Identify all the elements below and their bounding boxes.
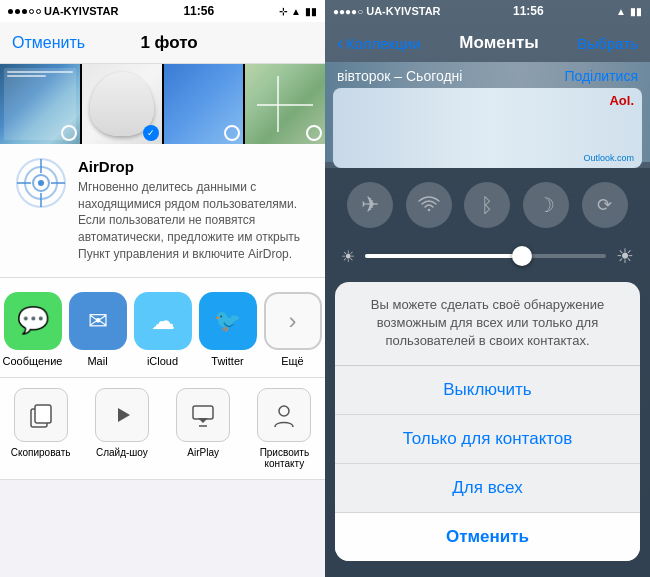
screen-lines-1 [4,68,76,82]
brightness-high-icon: ☀ [616,244,634,268]
wifi-icon [418,194,440,216]
contact-icon [270,401,298,429]
turn-off-button[interactable]: Выключить [335,366,640,415]
screen-line [7,71,73,73]
bluetooth-toggle[interactable]: ᛒ [464,182,510,228]
cancel-button[interactable]: Отменить [12,34,85,52]
moon-icon: ☽ [537,193,555,217]
photo-cell-2[interactable]: ✓ [82,64,162,144]
selection-circle-4 [306,125,322,141]
outlook-text: Outlook.com [583,153,634,163]
left-panel: UA-KYIVSTAR 11:56 ⊹ ▲ ▮▮ Отменить 1 фото [0,0,325,577]
photo-grid: ✓ [0,64,325,144]
contact-icon-wrap [257,388,311,442]
selection-circle-3 [224,125,240,141]
action-slideshow[interactable]: Слайд-шоу [81,388,162,469]
battery-icon-left: ▮▮ [305,6,317,17]
carrier-name-right: UA-KYIVSTAR [366,5,440,17]
rotation-icon: ⟳ [597,194,612,216]
action-copy[interactable]: Скопировать [0,388,81,469]
share-item-message[interactable]: 💬 Сообщение [0,292,65,367]
share-item-twitter[interactable]: 🐦 Twitter [195,292,260,367]
twitter-icon-wrap: 🐦 [199,292,257,350]
photo-cell-4[interactable] [245,64,325,144]
airplane-icon: ✈ [361,192,379,218]
contact-label: Присвоить контакту [244,447,325,469]
mail-icon-wrap: ✉ [69,292,127,350]
share-row: 💬 Сообщение ✉ Mail ☁ iCloud 🐦 Twitter › [0,278,325,378]
airplay-label: AirPlay [187,447,219,458]
message-label: Сообщение [3,355,63,367]
airdrop-title: AirDrop [78,158,309,175]
twitter-label: Twitter [211,355,243,367]
control-center: ✈ ᛒ ☽ ⟳ ☀ [325,168,650,577]
svg-rect-9 [35,405,51,423]
slideshow-icon [108,401,136,429]
contacts-only-button[interactable]: Только для контактов [335,415,640,464]
bluetooth-icon: ⊹ [279,6,287,17]
svg-point-3 [38,180,44,186]
wifi-icon-right: ▲ [616,6,626,17]
moments-date: вівторок – Сьогодні Поділитися [325,64,650,88]
airdrop-dialog: Вы можете сделать своё обнаружение возмо… [335,282,640,561]
mail-label: Mail [87,355,107,367]
content-preview: Aol. Outlook.com [333,88,642,168]
more-icon: › [264,292,322,350]
brightness-low-icon: ☀ [341,247,355,266]
status-icons-right: ▲ ▮▮ [616,6,642,17]
nav-title-right: Моменты [459,33,538,53]
photo-cell-1[interactable] [0,64,80,144]
brightness-slider[interactable] [365,254,606,258]
photo-cell-3[interactable] [164,64,244,144]
signal-dot-1 [8,9,13,14]
copy-label: Скопировать [11,447,71,458]
slideshow-label: Слайд-шоу [96,447,148,458]
right-panel: ●●●●○ UA-KYIVSTAR 11:56 ▲ ▮▮ ‹ Коллекции… [325,0,650,577]
slideshow-icon-wrap [95,388,149,442]
signal-dot-2 [15,9,20,14]
airplay-icon [189,401,217,429]
action-row: Скопировать Слайд-шоу AirPlay [0,378,325,480]
twitter-symbol: 🐦 [214,308,241,334]
battery-icon-right: ▮▮ [630,6,642,17]
signal-dot-4 [29,9,34,14]
share-button[interactable]: Поділитися [564,68,638,84]
rotation-toggle[interactable]: ⟳ [582,182,628,228]
share-item-icloud[interactable]: ☁ iCloud [130,292,195,367]
everyone-button[interactable]: Для всех [335,464,640,513]
copy-icon-wrap [14,388,68,442]
nav-back-label: Коллекции [346,35,421,52]
airplane-mode-toggle[interactable]: ✈ [347,182,393,228]
map-road-v [277,76,279,132]
copy-icon [27,401,55,429]
message-icon: 💬 [4,292,62,350]
dnd-toggle[interactable]: ☽ [523,182,569,228]
nav-bar-left: Отменить 1 фото [0,22,325,64]
carrier-group-right: ●●●●○ UA-KYIVSTAR [333,5,441,17]
screen-line-short [7,75,46,77]
icloud-icon-wrap: ☁ [134,292,192,350]
wifi-toggle[interactable] [406,182,452,228]
share-item-mail[interactable]: ✉ Mail [65,292,130,367]
selection-circle-1 [61,125,77,141]
airdrop-dialog-text: Вы можете сделать своё обнаружение возмо… [335,282,640,365]
aol-badge: Aol. [609,93,634,108]
svg-marker-12 [198,418,208,423]
nav-title-left: 1 фото [140,33,197,53]
check-badge: ✓ [143,125,159,141]
nav-back-button[interactable]: ‹ Коллекции [337,33,421,54]
carrier-name-left: UA-KYIVSTAR [44,5,118,17]
icloud-label: iCloud [147,355,178,367]
icloud-symbol: ☁ [151,307,175,335]
share-item-more[interactable]: › Ещё [260,292,325,367]
airdrop-text-block: AirDrop Мгновенно делитесь данными с нах… [78,158,309,263]
svg-rect-11 [193,406,213,419]
message-symbol: 💬 [17,305,49,336]
cancel-dialog-button[interactable]: Отменить [335,513,640,561]
action-contact[interactable]: Присвоить контакту [244,388,325,469]
status-bar-right: ●●●●○ UA-KYIVSTAR 11:56 ▲ ▮▮ [325,0,650,22]
signal-indicator [8,9,41,14]
select-button[interactable]: Выбрать [578,35,638,52]
moments-date-text: вівторок – Сьогодні [337,68,462,84]
action-airplay[interactable]: AirPlay [163,388,244,469]
